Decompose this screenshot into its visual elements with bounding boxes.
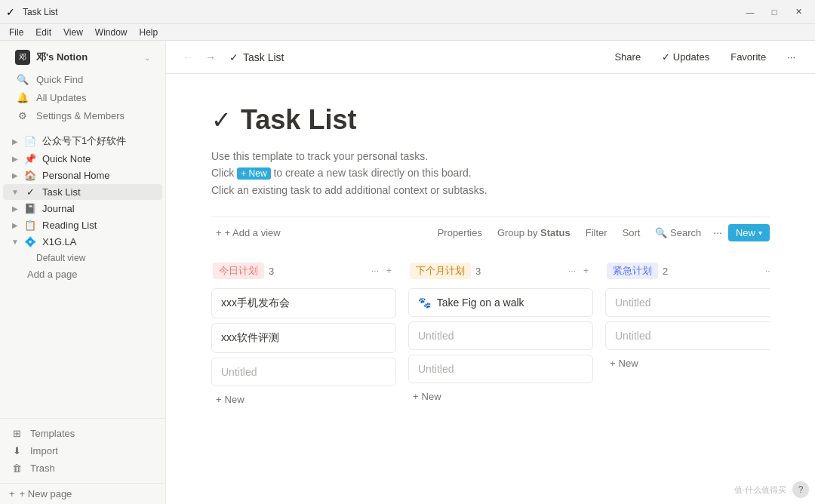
properties-button[interactable]: Properties bbox=[432, 224, 488, 241]
back-button[interactable]: ← bbox=[178, 48, 198, 67]
gear-icon: ⚙ bbox=[15, 110, 30, 121]
column-actions-urgent: ··· + bbox=[762, 264, 770, 278]
window-title: Task List bbox=[23, 7, 740, 17]
sidebar-item-tasklist[interactable]: ▼ ✓ Task List bbox=[3, 184, 162, 200]
column-header-today: 今日计划 3 ··· + bbox=[211, 260, 396, 282]
column-count-today: 3 bbox=[269, 266, 274, 277]
titlebar: ✓ Task List — □ ✕ bbox=[0, 0, 815, 24]
watermark-text: 值·什么值得买 bbox=[734, 484, 786, 496]
workspace-header[interactable]: 邓 邓's Notion ⌄ bbox=[9, 47, 156, 68]
card-urgent-1[interactable]: Untitled bbox=[605, 321, 770, 350]
sidebar-bottom: ⊞ Templates ⬇ Import 🗑 Trash + + New pag… bbox=[0, 418, 165, 504]
group-by-button[interactable]: Group by Status bbox=[491, 224, 577, 241]
search-button[interactable]: 🔍 Search bbox=[649, 224, 707, 241]
column-more-today[interactable]: ··· bbox=[368, 264, 382, 278]
page-description: Use this template to track your personal… bbox=[211, 148, 770, 198]
menu-view[interactable]: View bbox=[57, 24, 89, 40]
new-item-button[interactable]: New ▾ bbox=[728, 224, 770, 241]
page-title: Task List bbox=[241, 104, 356, 136]
column-title-tag-today: 今日计划 bbox=[213, 263, 264, 279]
column-count-next-month: 3 bbox=[475, 266, 481, 277]
menu-window[interactable]: Window bbox=[89, 24, 134, 40]
new-card-urgent[interactable]: + New bbox=[605, 355, 770, 372]
close-button[interactable]: ✕ bbox=[788, 5, 809, 20]
card-nextmonth-0[interactable]: 🐾 Take Fig on a walk bbox=[408, 288, 593, 317]
chevron-icon: ▶ bbox=[9, 221, 21, 229]
pin-icon: 📌 bbox=[23, 153, 38, 164]
bell-icon: 🔔 bbox=[15, 92, 30, 103]
minimize-button[interactable]: — bbox=[740, 5, 761, 20]
help-button[interactable]: ? bbox=[792, 481, 809, 498]
page-content: ✓ Task List Use this template to track y… bbox=[166, 74, 815, 504]
maximize-button[interactable]: □ bbox=[764, 5, 785, 20]
sidebar-item-x1gla[interactable]: ▼ 💠 X1G.LA bbox=[3, 234, 162, 250]
plus-icon: + bbox=[216, 394, 222, 405]
board-toolbar: + + Add a view Properties Group by Statu… bbox=[211, 217, 770, 247]
new-card-next-month[interactable]: + New bbox=[408, 388, 593, 405]
page-desc-line1: Use this template to track your personal… bbox=[211, 148, 770, 164]
column-more-urgent[interactable]: ··· bbox=[762, 264, 770, 278]
share-button[interactable]: Share bbox=[607, 48, 648, 66]
column-actions-next-month: ··· + bbox=[565, 264, 592, 278]
sort-button[interactable]: Sort bbox=[617, 224, 647, 241]
page-title-row: ✓ Task List bbox=[211, 104, 770, 136]
main-content: ← → ✓ Task List Share ✓ Updates Favorite… bbox=[166, 41, 815, 504]
chevron-icon: ▶ bbox=[9, 204, 21, 213]
menu-file[interactable]: File bbox=[3, 24, 29, 40]
chevron-icon: ▶ bbox=[9, 155, 21, 163]
column-more-next-month[interactable]: ··· bbox=[565, 264, 579, 278]
new-page-button[interactable]: + + New page bbox=[0, 483, 165, 504]
card-urgent-0[interactable]: Untitled bbox=[605, 288, 770, 317]
chevron-icon: ▶ bbox=[9, 171, 21, 180]
chevron-icon: ▶ bbox=[9, 137, 21, 146]
menu-help[interactable]: Help bbox=[134, 24, 165, 40]
column-add-today[interactable]: + bbox=[383, 264, 395, 278]
sidebar-item-gongzhonghao[interactable]: ▶ 📄 公众号下1个好软件 bbox=[3, 132, 162, 150]
updates-button[interactable]: ✓ Updates bbox=[654, 48, 717, 66]
forward-button[interactable]: → bbox=[201, 48, 220, 67]
filter-button[interactable]: Filter bbox=[580, 224, 614, 241]
menu-edit[interactable]: Edit bbox=[29, 24, 57, 40]
card-today-2[interactable]: Untitled ··· bbox=[211, 358, 396, 386]
menubar: File Edit View Window Help bbox=[0, 24, 815, 41]
clipboard-icon: 📋 bbox=[23, 220, 38, 231]
home-icon: 🏠 bbox=[23, 170, 38, 181]
sidebar-item-import[interactable]: ⬇ Import bbox=[3, 442, 162, 459]
workspace-name: 邓's Notion bbox=[36, 51, 144, 64]
trash-icon: 🗑 bbox=[9, 463, 24, 474]
sidebar-item-personalhome[interactable]: ▶ 🏠 Personal Home bbox=[3, 167, 162, 183]
new-card-today[interactable]: + New bbox=[211, 391, 396, 408]
column-add-next-month[interactable]: + bbox=[580, 264, 592, 278]
card-today-1[interactable]: xxx软件评测 bbox=[211, 323, 396, 353]
plus-icon: + bbox=[216, 227, 222, 238]
add-view-button[interactable]: + + Add a view bbox=[211, 224, 285, 241]
card-emoji: 🐾 bbox=[418, 297, 431, 309]
sidebar-item-trash[interactable]: 🗑 Trash bbox=[3, 459, 162, 477]
more-button[interactable]: ··· bbox=[780, 48, 803, 66]
card-nextmonth-1[interactable]: Untitled bbox=[408, 321, 593, 350]
sidebar-action-quickfind[interactable]: 🔍 Quick Find bbox=[9, 71, 156, 88]
sidebar-item-defaultview[interactable]: Default view bbox=[3, 250, 162, 266]
card-today-0[interactable]: xxx手机发布会 bbox=[211, 288, 396, 318]
sidebar-action-updates[interactable]: 🔔 All Updates bbox=[9, 89, 156, 106]
document-icon: 📄 bbox=[23, 136, 38, 147]
sidebar-item-readinglist[interactable]: ▶ 📋 Reading List bbox=[3, 217, 162, 233]
card-nextmonth-2[interactable]: Untitled bbox=[408, 355, 593, 383]
workspace-icon: 邓 bbox=[15, 50, 30, 65]
board-more-button[interactable]: ··· bbox=[710, 223, 725, 241]
page-desc-line2: Click + New to create a new task directl… bbox=[211, 164, 770, 181]
plus-icon: + bbox=[413, 391, 419, 402]
sidebar-item-templates[interactable]: ⊞ Templates bbox=[3, 425, 162, 442]
search-icon: 🔍 bbox=[15, 74, 30, 85]
sidebar-item-addpage[interactable]: Add a page bbox=[3, 266, 162, 282]
favorite-button[interactable]: Favorite bbox=[723, 48, 773, 66]
topbar: ← → ✓ Task List Share ✓ Updates Favorite… bbox=[166, 41, 815, 74]
notebook-icon: 📓 bbox=[23, 203, 38, 214]
sidebar-item-quicknote[interactable]: ▶ 📌 Quick Note bbox=[3, 151, 162, 167]
sidebar-action-settings[interactable]: ⚙ Settings & Members bbox=[9, 107, 156, 124]
workspace-chevron-icon: ⌄ bbox=[144, 54, 150, 62]
topbar-actions: Share ✓ Updates Favorite ··· bbox=[607, 48, 803, 66]
sidebar-item-journal[interactable]: ▶ 📓 Journal bbox=[3, 201, 162, 217]
sidebar: 邓 邓's Notion ⌄ 🔍 Quick Find 🔔 All Update… bbox=[0, 41, 166, 504]
column-title-tag-urgent: 紧急计划 bbox=[607, 263, 658, 279]
